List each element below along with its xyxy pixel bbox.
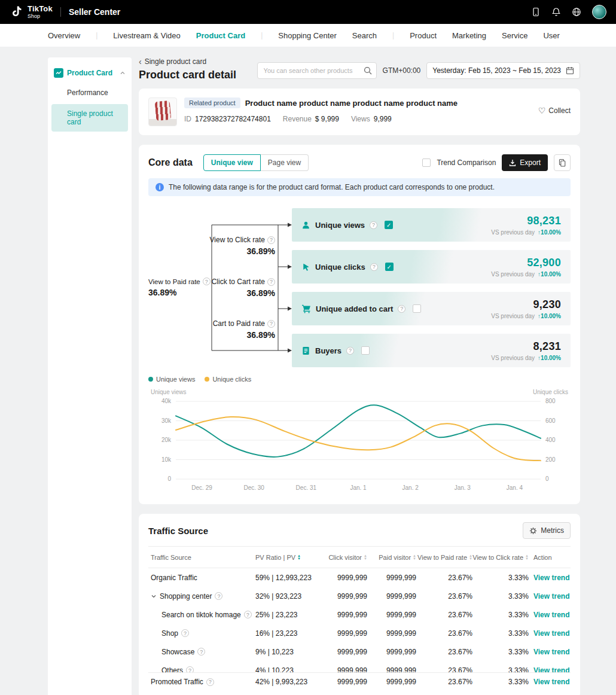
sidebar-item-performance[interactable]: Performance: [48, 83, 132, 103]
globe-icon[interactable]: [572, 7, 581, 17]
source-label: Shop: [161, 629, 178, 638]
info-icon[interactable]: ?: [197, 648, 205, 656]
column-label: View to Click rate: [472, 554, 523, 561]
funnel-rate-label: Cart to Paid rate: [213, 319, 265, 328]
search-input[interactable]: [257, 62, 377, 79]
nav-item-product[interactable]: Product: [410, 31, 437, 40]
nav-item-service[interactable]: Service: [502, 31, 527, 40]
chevron-down-icon[interactable]: [151, 593, 157, 599]
nav-item-shopping-center[interactable]: Shopping Center: [278, 31, 337, 40]
gear-icon: [529, 527, 537, 535]
sort-icon[interactable]: ▲▼: [364, 554, 367, 560]
view-trend-link[interactable]: View trend: [533, 666, 569, 673]
view-trend-link[interactable]: View trend: [533, 629, 569, 638]
sort-icon[interactable]: ▲▼: [469, 554, 472, 560]
collect-button[interactable]: ♡ Collect: [538, 106, 571, 115]
info-icon[interactable]: ?: [215, 592, 222, 600]
right-axis-title: Unique clicks: [533, 389, 568, 395]
product-thumbnail[interactable]: [148, 97, 177, 126]
funnel-stage-checkbox[interactable]: ✓: [385, 263, 394, 271]
tiktok-logo-icon[interactable]: [11, 5, 22, 19]
info-icon[interactable]: ?: [370, 221, 377, 229]
nav-item-product-card[interactable]: Product Card: [196, 31, 245, 40]
cursor-icon: [301, 263, 310, 272]
trend-comparison-checkbox[interactable]: [422, 158, 431, 167]
date-range-picker[interactable]: Yesterday: Feb 15, 2023 ~ Feb 15, 2023: [426, 62, 580, 79]
metrics-button[interactable]: Metrics: [523, 522, 571, 539]
sidebar-item-product-card[interactable]: Product Card: [48, 63, 132, 83]
sort-icon[interactable]: ▲▼: [297, 554, 301, 560]
funnel-stage-checkbox[interactable]: [361, 346, 370, 355]
view-trend-link[interactable]: View trend: [533, 574, 569, 582]
view-trend-link[interactable]: View trend: [533, 678, 569, 686]
view-trend-link[interactable]: View trend: [533, 611, 569, 619]
metric-cell: 23.67%: [419, 574, 475, 582]
table-header-pv-ratio-pv[interactable]: PV Ratio | PV▲▼: [253, 554, 322, 561]
tab-unique-view[interactable]: Unique view: [203, 154, 261, 171]
table-header-click-visitor[interactable]: Click visitor▲▼: [322, 554, 370, 561]
funnel-stage-checkbox[interactable]: ✓: [385, 221, 393, 229]
conversion-funnel: View to Paid rate ? 36.89% View to Click…: [148, 208, 571, 367]
nav-item-marketing[interactable]: Marketing: [452, 31, 486, 40]
funnel-rate: Click to Cart rate?36.89%: [148, 278, 275, 298]
metric-cell: 9999,999: [322, 629, 370, 638]
metric-cell: 3.33%: [475, 678, 531, 686]
funnel-stage-label: Buyers: [315, 346, 341, 355]
view-trend-link[interactable]: View trend: [533, 648, 569, 656]
app-title: Seller Center: [69, 7, 120, 17]
table-body[interactable]: Organic Traffic59% | 12,993,2239999,9999…: [148, 568, 571, 672]
info-icon[interactable]: ?: [398, 305, 405, 313]
info-icon[interactable]: ?: [267, 278, 275, 286]
mobile-icon[interactable]: [531, 7, 541, 17]
vs-previous-day-label: VS previous day: [491, 229, 535, 236]
sort-icon[interactable]: ▲▼: [413, 554, 416, 560]
metric-cell: 4% | 10,223: [253, 666, 322, 673]
action-cell: View trend: [531, 592, 571, 600]
sidebar-item-single-product-card[interactable]: Single product card: [51, 104, 128, 132]
svg-text:400: 400: [545, 437, 556, 443]
avatar[interactable]: [592, 5, 606, 19]
metric-cell: 23.67%: [419, 666, 475, 673]
tiktok-shop-wordmark[interactable]: TikTok Shop: [28, 5, 53, 19]
info-icon[interactable]: ?: [206, 678, 214, 686]
traffic-source-table: Traffic SourcePV Ratio | PV▲▼Click visit…: [148, 546, 571, 691]
nav-item-livestream-video[interactable]: Livestream & Video: [113, 31, 181, 40]
funnel-stage-checkbox[interactable]: [413, 304, 421, 313]
nav-item-user[interactable]: User: [543, 31, 559, 40]
action-cell: View trend: [531, 629, 571, 638]
vs-previous-day-label: VS previous day: [491, 355, 535, 361]
source-label: Others: [161, 666, 183, 673]
info-icon[interactable]: ?: [370, 263, 378, 271]
sidebar-section-label: Product Card: [67, 69, 112, 77]
info-icon[interactable]: ?: [244, 611, 252, 618]
column-label: Click visitor: [328, 554, 362, 561]
info-icon[interactable]: ?: [267, 320, 275, 328]
info-icon[interactable]: ?: [186, 666, 194, 672]
bell-icon[interactable]: [551, 7, 561, 17]
table-header-view-to-paid-rate[interactable]: View to Paid rate▲▼: [419, 554, 475, 561]
traffic-source-card: Traffic Source Metrics Traffic SourcePV …: [139, 514, 580, 695]
nav-item-overview[interactable]: Overview: [48, 31, 80, 40]
search-icon[interactable]: [364, 66, 372, 75]
funnel-stage-value: 52,900: [491, 257, 561, 269]
metric-cell: 25% | 23,223: [253, 611, 322, 619]
clipboard-button[interactable]: [554, 154, 571, 171]
info-icon[interactable]: ?: [267, 236, 275, 244]
table-header-view-to-click-rate[interactable]: View to Click rate▲▼: [475, 554, 531, 561]
svg-text:Jan. 4: Jan. 4: [507, 484, 523, 491]
info-icon[interactable]: ?: [346, 347, 354, 355]
tab-page-view[interactable]: Page view: [261, 154, 309, 171]
traffic-source-title: Traffic Source: [148, 526, 208, 536]
metric-cell: 9999,999: [370, 574, 419, 582]
funnel-stage-value: 98,231: [491, 215, 561, 227]
sort-icon[interactable]: ▲▼: [525, 554, 529, 560]
table-header-paid-visitor[interactable]: Paid visitor▲▼: [370, 554, 419, 561]
funnel-stage: Unique clicks?✓52,900VS previous day↑10.…: [292, 250, 571, 284]
view-trend-link[interactable]: View trend: [533, 592, 569, 600]
export-button[interactable]: Export: [502, 154, 548, 171]
info-icon[interactable]: ?: [181, 629, 189, 637]
info-banner: i The following data range is for the pr…: [148, 178, 571, 196]
breadcrumb[interactable]: ‹ Single product card: [139, 57, 236, 66]
funnel-stage-label: Unique clicks: [315, 263, 365, 272]
nav-item-search[interactable]: Search: [352, 31, 377, 40]
